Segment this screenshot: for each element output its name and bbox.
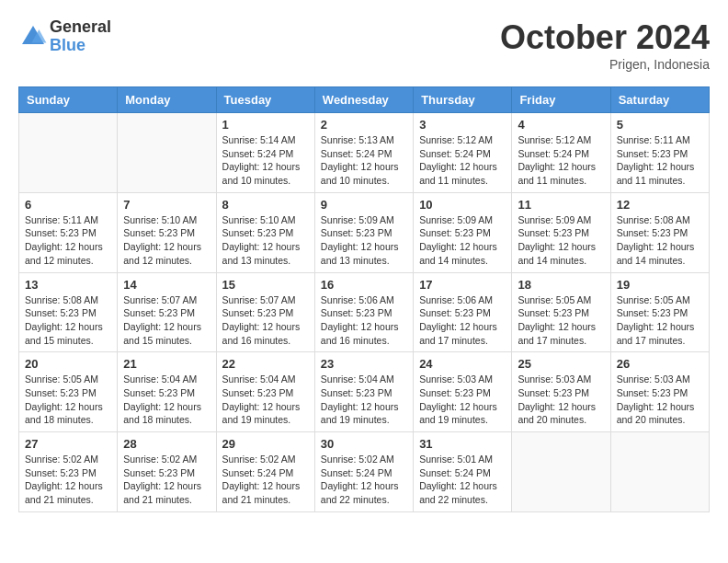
day-number: 23 bbox=[321, 357, 407, 371]
calendar-cell bbox=[512, 432, 610, 512]
calendar-cell: 22Sunrise: 5:04 AM Sunset: 5:23 PM Dayli… bbox=[216, 352, 314, 432]
day-number: 26 bbox=[617, 357, 703, 371]
day-info: Sunrise: 5:02 AM Sunset: 5:24 PM Dayligh… bbox=[222, 453, 309, 507]
calendar-header-tuesday: Tuesday bbox=[216, 87, 314, 113]
day-info: Sunrise: 5:12 AM Sunset: 5:24 PM Dayligh… bbox=[518, 133, 604, 188]
day-info: Sunrise: 5:02 AM Sunset: 5:23 PM Dayligh… bbox=[123, 453, 210, 507]
title-section: October 2024 Prigen, Indonesia bbox=[500, 18, 710, 72]
location-subtitle: Prigen, Indonesia bbox=[500, 57, 710, 72]
day-number: 30 bbox=[321, 437, 407, 451]
day-info: Sunrise: 5:14 AM Sunset: 5:24 PM Dayligh… bbox=[222, 133, 309, 188]
day-number: 17 bbox=[419, 278, 506, 292]
day-info: Sunrise: 5:05 AM Sunset: 5:23 PM Dayligh… bbox=[518, 293, 604, 348]
day-number: 5 bbox=[617, 118, 703, 132]
day-number: 12 bbox=[617, 198, 703, 212]
day-info: Sunrise: 5:09 AM Sunset: 5:23 PM Dayligh… bbox=[321, 213, 407, 268]
day-info: Sunrise: 5:10 AM Sunset: 5:23 PM Dayligh… bbox=[123, 213, 210, 268]
day-number: 3 bbox=[419, 118, 506, 132]
day-number: 2 bbox=[321, 118, 407, 132]
calendar-week-row: 27Sunrise: 5:02 AM Sunset: 5:23 PM Dayli… bbox=[19, 432, 710, 512]
day-number: 20 bbox=[25, 357, 111, 371]
day-number: 8 bbox=[222, 198, 309, 212]
month-title: October 2024 bbox=[500, 18, 710, 57]
calendar-week-row: 13Sunrise: 5:08 AM Sunset: 5:23 PM Dayli… bbox=[19, 272, 710, 352]
calendar-cell: 24Sunrise: 5:03 AM Sunset: 5:23 PM Dayli… bbox=[414, 352, 512, 432]
day-number: 27 bbox=[25, 437, 111, 451]
calendar-cell: 15Sunrise: 5:07 AM Sunset: 5:23 PM Dayli… bbox=[216, 272, 314, 352]
day-info: Sunrise: 5:09 AM Sunset: 5:23 PM Dayligh… bbox=[419, 213, 506, 268]
calendar-cell bbox=[118, 113, 216, 193]
day-number: 10 bbox=[419, 198, 506, 212]
calendar-cell: 5Sunrise: 5:11 AM Sunset: 5:23 PM Daylig… bbox=[610, 113, 709, 193]
day-info: Sunrise: 5:08 AM Sunset: 5:23 PM Dayligh… bbox=[617, 213, 703, 268]
day-info: Sunrise: 5:10 AM Sunset: 5:23 PM Dayligh… bbox=[222, 213, 309, 268]
calendar-week-row: 20Sunrise: 5:05 AM Sunset: 5:23 PM Dayli… bbox=[19, 352, 710, 432]
logo-icon bbox=[18, 22, 48, 52]
logo-general: General bbox=[50, 18, 111, 37]
logo-blue: Blue bbox=[50, 37, 111, 55]
calendar-cell bbox=[610, 432, 709, 512]
day-number: 11 bbox=[518, 198, 604, 212]
calendar-cell: 12Sunrise: 5:08 AM Sunset: 5:23 PM Dayli… bbox=[610, 192, 709, 272]
day-info: Sunrise: 5:05 AM Sunset: 5:23 PM Dayligh… bbox=[617, 293, 703, 348]
calendar-cell: 7Sunrise: 5:10 AM Sunset: 5:23 PM Daylig… bbox=[118, 192, 216, 272]
calendar-cell: 18Sunrise: 5:05 AM Sunset: 5:23 PM Dayli… bbox=[512, 272, 610, 352]
day-info: Sunrise: 5:05 AM Sunset: 5:23 PM Dayligh… bbox=[25, 373, 111, 427]
calendar-header-friday: Friday bbox=[512, 87, 610, 113]
calendar-cell: 23Sunrise: 5:04 AM Sunset: 5:23 PM Dayli… bbox=[314, 352, 413, 432]
day-info: Sunrise: 5:03 AM Sunset: 5:23 PM Dayligh… bbox=[419, 373, 506, 427]
calendar-cell: 29Sunrise: 5:02 AM Sunset: 5:24 PM Dayli… bbox=[216, 432, 314, 512]
calendar-cell: 6Sunrise: 5:11 AM Sunset: 5:23 PM Daylig… bbox=[19, 192, 118, 272]
day-info: Sunrise: 5:04 AM Sunset: 5:23 PM Dayligh… bbox=[123, 373, 210, 427]
day-info: Sunrise: 5:07 AM Sunset: 5:23 PM Dayligh… bbox=[123, 293, 210, 348]
day-number: 7 bbox=[123, 198, 210, 212]
calendar-cell: 21Sunrise: 5:04 AM Sunset: 5:23 PM Dayli… bbox=[118, 352, 216, 432]
calendar-cell: 11Sunrise: 5:09 AM Sunset: 5:23 PM Dayli… bbox=[512, 192, 610, 272]
day-number: 14 bbox=[123, 278, 210, 292]
calendar-cell: 9Sunrise: 5:09 AM Sunset: 5:23 PM Daylig… bbox=[314, 192, 413, 272]
day-info: Sunrise: 5:09 AM Sunset: 5:23 PM Dayligh… bbox=[518, 213, 604, 268]
calendar-cell: 31Sunrise: 5:01 AM Sunset: 5:24 PM Dayli… bbox=[414, 432, 512, 512]
calendar-cell: 2Sunrise: 5:13 AM Sunset: 5:24 PM Daylig… bbox=[314, 113, 413, 193]
day-number: 25 bbox=[518, 357, 604, 371]
calendar-week-row: 1Sunrise: 5:14 AM Sunset: 5:24 PM Daylig… bbox=[19, 113, 710, 193]
logo: General Blue bbox=[18, 18, 111, 55]
day-number: 13 bbox=[25, 278, 111, 292]
calendar-header-wednesday: Wednesday bbox=[314, 87, 413, 113]
day-number: 24 bbox=[419, 357, 506, 371]
calendar-cell: 28Sunrise: 5:02 AM Sunset: 5:23 PM Dayli… bbox=[118, 432, 216, 512]
day-number: 28 bbox=[123, 437, 210, 451]
calendar-cell: 4Sunrise: 5:12 AM Sunset: 5:24 PM Daylig… bbox=[512, 113, 610, 193]
day-number: 31 bbox=[419, 437, 506, 451]
logo-text: General Blue bbox=[50, 18, 111, 55]
day-info: Sunrise: 5:02 AM Sunset: 5:24 PM Dayligh… bbox=[321, 453, 407, 507]
day-info: Sunrise: 5:12 AM Sunset: 5:24 PM Dayligh… bbox=[419, 133, 506, 188]
calendar-cell bbox=[19, 113, 118, 193]
day-number: 9 bbox=[321, 198, 407, 212]
day-info: Sunrise: 5:11 AM Sunset: 5:23 PM Dayligh… bbox=[25, 213, 111, 268]
calendar-cell: 20Sunrise: 5:05 AM Sunset: 5:23 PM Dayli… bbox=[19, 352, 118, 432]
calendar-cell: 16Sunrise: 5:06 AM Sunset: 5:23 PM Dayli… bbox=[314, 272, 413, 352]
calendar-cell: 1Sunrise: 5:14 AM Sunset: 5:24 PM Daylig… bbox=[216, 113, 314, 193]
page-header: General Blue October 2024 Prigen, Indone… bbox=[18, 18, 710, 72]
day-info: Sunrise: 5:13 AM Sunset: 5:24 PM Dayligh… bbox=[321, 133, 407, 188]
day-number: 6 bbox=[25, 198, 111, 212]
calendar-header-sunday: Sunday bbox=[19, 87, 118, 113]
calendar-cell: 13Sunrise: 5:08 AM Sunset: 5:23 PM Dayli… bbox=[19, 272, 118, 352]
day-number: 19 bbox=[617, 278, 703, 292]
day-info: Sunrise: 5:04 AM Sunset: 5:23 PM Dayligh… bbox=[222, 373, 309, 427]
calendar-table: SundayMondayTuesdayWednesdayThursdayFrid… bbox=[18, 86, 710, 512]
day-info: Sunrise: 5:01 AM Sunset: 5:24 PM Dayligh… bbox=[419, 453, 506, 507]
day-number: 29 bbox=[222, 437, 309, 451]
day-number: 4 bbox=[518, 118, 604, 132]
day-info: Sunrise: 5:08 AM Sunset: 5:23 PM Dayligh… bbox=[25, 293, 111, 348]
calendar-cell: 10Sunrise: 5:09 AM Sunset: 5:23 PM Dayli… bbox=[414, 192, 512, 272]
day-number: 21 bbox=[123, 357, 210, 371]
calendar-cell: 26Sunrise: 5:03 AM Sunset: 5:23 PM Dayli… bbox=[610, 352, 709, 432]
calendar-header-thursday: Thursday bbox=[414, 87, 512, 113]
day-number: 1 bbox=[222, 118, 309, 132]
calendar-cell: 27Sunrise: 5:02 AM Sunset: 5:23 PM Dayli… bbox=[19, 432, 118, 512]
day-number: 18 bbox=[518, 278, 604, 292]
calendar-header-saturday: Saturday bbox=[610, 87, 709, 113]
calendar-header-monday: Monday bbox=[118, 87, 216, 113]
